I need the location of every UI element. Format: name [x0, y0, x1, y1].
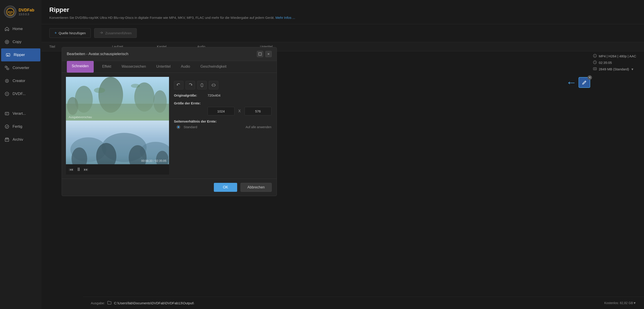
- sidebar-item-ripper-label: Ripper: [14, 53, 25, 57]
- free-space[interactable]: Kostenlos: 82,82 GB▼: [604, 301, 636, 305]
- scene-top-svg: [66, 77, 169, 120]
- rotate-ccw-button[interactable]: [174, 81, 183, 90]
- logo-icon: DVD fab: [4, 6, 16, 18]
- original-size-label: Originalgröße:: [174, 94, 205, 97]
- next-frame-icon[interactable]: ⏭: [84, 167, 88, 172]
- svg-rect-5: [6, 54, 10, 56]
- modal-body: Ausgabevorschau +: [62, 73, 276, 178]
- logo-text: DVDFab 13.0.0.3: [18, 8, 34, 16]
- toolbar: + Quelle hinzufügen Zusammenführen: [42, 24, 644, 42]
- sidebar-item-ripper[interactable]: Ripper: [1, 48, 40, 62]
- svg-point-29: [94, 88, 105, 93]
- verarbeitung-icon: [4, 111, 10, 116]
- video-frame-bottom: 00:00:33 / 02:35:05: [66, 120, 169, 164]
- modal-header: Bearbeiten - Avatar.schauspielerisch ✕: [62, 47, 276, 61]
- tooltip-popup: ← ✕: [566, 76, 590, 88]
- tab-schneiden[interactable]: Schneiden: [67, 61, 94, 72]
- crop-width-input[interactable]: [208, 107, 234, 116]
- output-path-row: Ausgabe: C:\Users\fab\Documents\DVDFab\D…: [91, 301, 194, 306]
- flip-h-button[interactable]: [209, 81, 218, 90]
- sidebar-item-verarbeitung[interactable]: Verart...: [0, 107, 42, 120]
- original-size-value: 720x404: [208, 94, 220, 97]
- tab-effekt[interactable]: Effekt: [100, 61, 113, 72]
- modal-close-button[interactable]: ✕: [266, 51, 272, 57]
- sidebar-item-copy[interactable]: Copy: [0, 36, 42, 48]
- sidebar-item-creator-label: Creator: [12, 79, 25, 83]
- modal-maximize-button[interactable]: [257, 51, 263, 57]
- svg-rect-14: [6, 138, 8, 139]
- page-header: Ripper Konvertieren Sie DVD/Blu-ray/4K U…: [42, 0, 644, 24]
- format-value: MP4 | H264 | 480p | AAC: [599, 54, 636, 58]
- crop-toolbar: [174, 81, 272, 90]
- video-controls-bar: ⏮ ⏸ ⏭: [66, 164, 169, 174]
- start-button[interactable]: Zusammenführen: [94, 28, 137, 38]
- svg-point-12: [5, 125, 9, 128]
- sidebar-item-dvdfab[interactable]: DVDF...: [0, 88, 42, 100]
- svg-rect-20: [259, 53, 261, 55]
- copy-icon: [4, 40, 10, 44]
- prev-frame-icon[interactable]: ⏮: [69, 167, 74, 172]
- sidebar-item-fertig[interactable]: Fertig: [0, 120, 42, 133]
- description-text: Konvertieren Sie DVD/Blu-ray/4K Ultra HD…: [49, 16, 274, 20]
- svg-text:▶: ▶: [594, 55, 595, 56]
- apply-all-button[interactable]: Auf alle anwenden: [246, 125, 271, 129]
- svg-rect-7: [7, 68, 9, 70]
- add-source-button[interactable]: + Quelle hinzufügen: [49, 28, 91, 38]
- page-description: Konvertieren Sie DVD/Blu-ray/4K Ultra HD…: [49, 16, 636, 20]
- video-output-label: Ausgabevorschau: [68, 116, 92, 119]
- dvdfab-icon: [4, 92, 10, 96]
- svg-rect-39: [66, 120, 169, 164]
- ripper-icon: [6, 52, 10, 57]
- svg-point-4: [6, 41, 8, 42]
- crop-size-label: Größe der Ernte:: [174, 101, 205, 105]
- sidebar-item-home-label: Home: [12, 27, 23, 31]
- start-icon: [99, 31, 103, 36]
- app-logo: DVD fab DVDFab 13.0.0.3: [0, 2, 42, 22]
- rotate-cw-button[interactable]: [186, 81, 195, 90]
- ok-button[interactable]: OK: [214, 183, 237, 192]
- page-title: Ripper: [49, 6, 636, 14]
- main-content: Ripper Konvertieren Sie DVD/Blu-ray/4K U…: [42, 0, 644, 309]
- size-dropdown-icon[interactable]: ▼: [631, 68, 634, 71]
- format-row: ▶ MP4 | H264 | 480p | AAC: [593, 54, 636, 58]
- sidebar-item-home[interactable]: Home: [0, 22, 42, 36]
- modal-tabs: Schneiden Effekt Wasserzeichen Untertite…: [62, 61, 276, 73]
- play-pause-icon[interactable]: ⏸: [76, 166, 81, 172]
- modal-controls: ✕: [257, 51, 272, 57]
- standard-radio[interactable]: [177, 125, 180, 129]
- tab-geschwindigkeit[interactable]: Geschwindigkeit: [198, 61, 228, 72]
- output-path-value[interactable]: C:\Users\fab\Documents\DVDFab\DVDFab13\O…: [114, 301, 194, 305]
- sidebar-item-dvdfab-label: DVDF...: [12, 92, 26, 96]
- home-icon: [4, 26, 10, 31]
- size-row[interactable]: 2849 MB (Standard) ▼: [593, 67, 636, 72]
- svg-point-10: [6, 94, 8, 94]
- duration-row: 02:35:05: [593, 60, 636, 65]
- crop-size-inputs-row: X: [174, 107, 272, 116]
- cancel-button[interactable]: Abbrechen: [240, 183, 272, 192]
- sidebar: DVD fab DVDFab 13.0.0.3 Home Copy: [0, 0, 42, 309]
- tooltip-close-button[interactable]: ✕: [588, 75, 592, 80]
- more-info-link[interactable]: Mehr Infos ...: [276, 16, 295, 20]
- original-size-row: Originalgröße: 720x404: [174, 94, 272, 97]
- tab-audio[interactable]: Audio: [179, 61, 192, 72]
- scene-bottom-svg: [66, 120, 169, 164]
- flip-v-button[interactable]: [197, 81, 207, 90]
- svg-point-3: [5, 40, 9, 44]
- crop-size-row: Größe der Ernte:: [174, 101, 272, 105]
- tab-untertitel[interactable]: Untertitel: [154, 61, 172, 72]
- sidebar-item-creator[interactable]: Creator: [0, 74, 42, 88]
- sidebar-item-archiv[interactable]: Archiv: [0, 133, 42, 146]
- modal-footer: OK Abbrechen: [62, 178, 276, 196]
- crop-height-input[interactable]: [244, 107, 272, 116]
- video-frame-top: Ausgabevorschau +: [66, 77, 169, 120]
- crop-panel: Originalgröße: 720x404 Größe der Ernte: …: [169, 77, 276, 174]
- tab-wasserzeichen[interactable]: Wasserzeichen: [120, 61, 148, 72]
- sidebar-item-converter-label: Converter: [12, 66, 29, 70]
- size-value: 2849 MB (Standard): [599, 67, 629, 71]
- converter-icon: [4, 66, 10, 70]
- svg-rect-28: [66, 77, 169, 120]
- sidebar-item-converter[interactable]: Converter: [0, 62, 42, 74]
- sidebar-item-copy-label: Copy: [12, 40, 22, 44]
- svg-rect-18: [593, 68, 596, 70]
- svg-rect-6: [5, 66, 7, 68]
